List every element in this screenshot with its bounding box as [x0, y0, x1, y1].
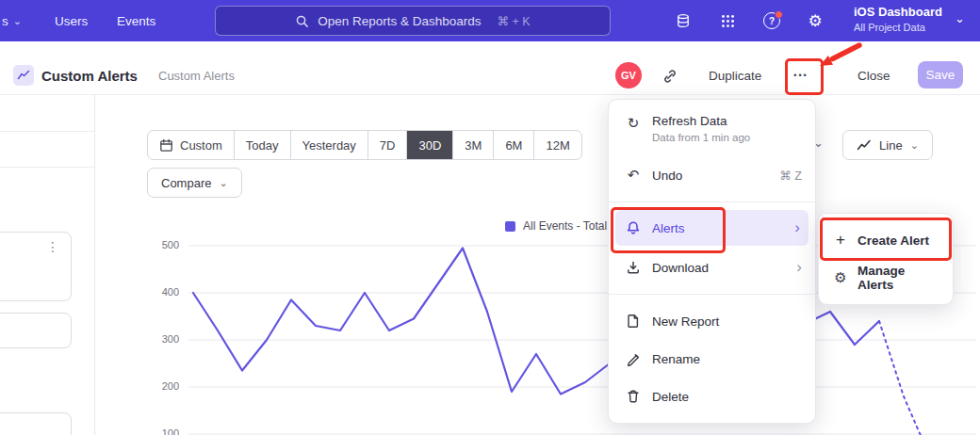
legend-swatch [505, 221, 515, 232]
menu-item-new-report[interactable]: New Report [609, 302, 815, 340]
compare-label: Compare [161, 176, 211, 190]
menu-item-rename[interactable]: Rename [609, 340, 815, 378]
download-icon [625, 260, 642, 275]
date-range-label: 7D [380, 138, 396, 153]
menu-item-text: Refresh Data Data from 1 min ago [652, 114, 750, 143]
submenu-item-create-alert[interactable]: + Create Alert [819, 221, 953, 259]
date-range-6m[interactable]: 6M [494, 131, 534, 159]
project-subtitle: All Project Data [854, 22, 942, 33]
nav-item-users[interactable]: Users [55, 0, 88, 41]
legend-label: All Events - Total [523, 219, 607, 233]
database-icon [676, 13, 691, 28]
y-axis-label: 400 [147, 286, 179, 298]
menu-item-refresh-data[interactable]: ↻ Refresh Data Data from 1 min ago [609, 109, 815, 156]
copy-link-button[interactable] [661, 67, 679, 86]
nav-item-partial[interactable]: s ⌄ [2, 0, 22, 41]
submenu-item-label: Manage Alerts [858, 264, 943, 292]
menu-item-alerts[interactable]: Alerts › [615, 210, 808, 246]
chart-type-selector[interactable]: Line ⌄ [842, 130, 933, 160]
plus-icon: + [832, 231, 849, 250]
menu-item-shortcut: ⌘ Z [779, 169, 802, 183]
avatar[interactable]: GV [615, 62, 642, 89]
refresh-icon: ↻ [625, 115, 642, 132]
compare-button[interactable]: Compare ⌄ [147, 168, 242, 198]
search-shortcut: ⌘ + K [498, 14, 531, 28]
more-options-icon: ••• [793, 71, 808, 80]
close-button[interactable]: Close [858, 69, 890, 83]
date-range-label: Today [246, 138, 279, 153]
chevron-down-icon: ⌄ [13, 17, 22, 24]
grid-icon [721, 14, 735, 28]
duplicate-button[interactable]: Duplicate [709, 69, 761, 83]
y-axis-label: 300 [147, 333, 179, 345]
menu-item-label: Download [652, 261, 709, 275]
trash-icon [625, 389, 642, 404]
date-range-custom[interactable]: Custom [148, 131, 235, 159]
menu-divider [609, 294, 815, 295]
chart-glyph-icon [17, 69, 30, 82]
date-range-12m[interactable]: 12M [534, 131, 580, 159]
date-range-label: Yesterday [302, 138, 356, 153]
alerts-submenu: + Create Alert ⚙ Manage Alerts [818, 213, 954, 305]
menu-item-delete[interactable]: Delete [609, 378, 815, 415]
help-button[interactable]: ? [761, 10, 782, 31]
menu-item-label: Delete [652, 390, 689, 404]
menu-item-label: Refresh Data [652, 114, 750, 128]
report-header: Custom Alerts Custom Alerts GV Duplicate… [0, 41, 980, 95]
date-range-label: 6M [505, 138, 522, 153]
undo-icon: ↶ [625, 167, 642, 184]
date-range-selector: Custom Today Yesterday 7D 30D 3M 6M 12M [147, 130, 582, 160]
pencil-icon [625, 351, 642, 366]
more-options-button[interactable]: ••• [789, 64, 813, 87]
project-switcher[interactable]: iOS Dashboard All Project Data [854, 5, 942, 33]
list-item-card[interactable]: ⋮ [0, 232, 72, 301]
line-chart-icon [857, 137, 872, 153]
y-axis-label: 200 [147, 380, 179, 392]
gear-icon: ⚙ [832, 269, 849, 286]
help-icon: ? [763, 12, 780, 29]
notification-dot [775, 10, 783, 19]
submenu-item-manage-alerts[interactable]: ⚙ Manage Alerts [819, 259, 953, 297]
search-bar[interactable]: Open Reports & Dashboards ⌘ + K [215, 6, 611, 36]
y-axis-label: 100 [147, 427, 179, 435]
menu-item-undo[interactable]: ↶ Undo ⌘ Z [609, 156, 815, 194]
date-range-label: 30D [418, 138, 441, 153]
menu-divider [609, 201, 815, 202]
data-management-button[interactable] [673, 10, 694, 31]
date-range-3m[interactable]: 3M [453, 131, 494, 159]
link-icon [662, 68, 678, 85]
menu-item-sublabel: Data from 1 min ago [652, 132, 750, 143]
menu-item-label: Alerts [652, 221, 685, 235]
menu-item-download[interactable]: Download › [609, 249, 815, 286]
chevron-down-icon[interactable]: ⌄ [955, 11, 965, 25]
list-item-card[interactable] [0, 412, 72, 435]
date-range-7d[interactable]: 7D [368, 131, 408, 159]
settings-button[interactable]: ⚙ [805, 10, 825, 31]
date-range-yesterday[interactable]: Yesterday [291, 131, 368, 159]
project-name: iOS Dashboard [854, 5, 942, 19]
date-range-today[interactable]: Today [235, 131, 291, 159]
search-placeholder: Open Reports & Dashboards [318, 14, 481, 28]
chevron-right-icon: › [794, 221, 800, 234]
nav-item-events[interactable]: Events [117, 0, 155, 41]
report-icon [13, 65, 34, 86]
menu-item-label: Rename [652, 352, 700, 366]
context-menu: ↻ Refresh Data Data from 1 min ago ↶ Und… [608, 99, 816, 424]
save-button[interactable]: Save [918, 61, 963, 89]
help-glyph: ? [769, 16, 775, 26]
search-icon [295, 14, 309, 28]
date-range-30d[interactable]: 30D [407, 131, 453, 159]
apps-grid-button[interactable] [717, 10, 738, 31]
chevron-down-icon: ⌄ [910, 142, 919, 148]
list-item-card[interactable] [0, 313, 72, 348]
new-report-icon [625, 314, 642, 329]
topbar: s ⌄ Users Events Open Reports & Dashboar… [0, 0, 980, 41]
chart-line-projection [879, 321, 928, 435]
breadcrumb[interactable]: Custom Alerts [158, 69, 235, 83]
nav-partial-label: s [2, 14, 8, 28]
y-axis-label: 500 [147, 239, 179, 250]
kebab-menu-icon[interactable]: ⋮ [46, 240, 59, 253]
date-range-label: Custom [180, 138, 222, 153]
date-range-label: 3M [465, 138, 482, 153]
menu-item-label: Undo [652, 169, 682, 183]
